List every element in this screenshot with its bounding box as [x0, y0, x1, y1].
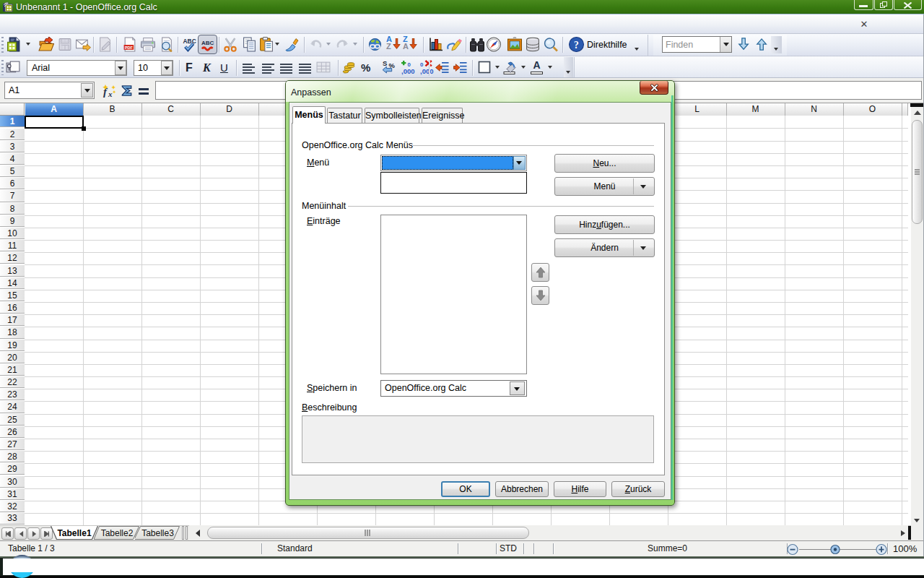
svg-text:ABC: ABC — [201, 40, 214, 46]
svg-text:,000: ,000 — [401, 67, 414, 75]
svg-text:ABC: ABC — [183, 38, 196, 45]
svg-text:PDF: PDF — [125, 46, 134, 50]
svg-text:x: x — [108, 90, 113, 98]
svg-text:,000: ,000 — [420, 67, 433, 75]
svg-text:?: ? — [574, 40, 579, 51]
svg-text:%: % — [389, 61, 396, 69]
